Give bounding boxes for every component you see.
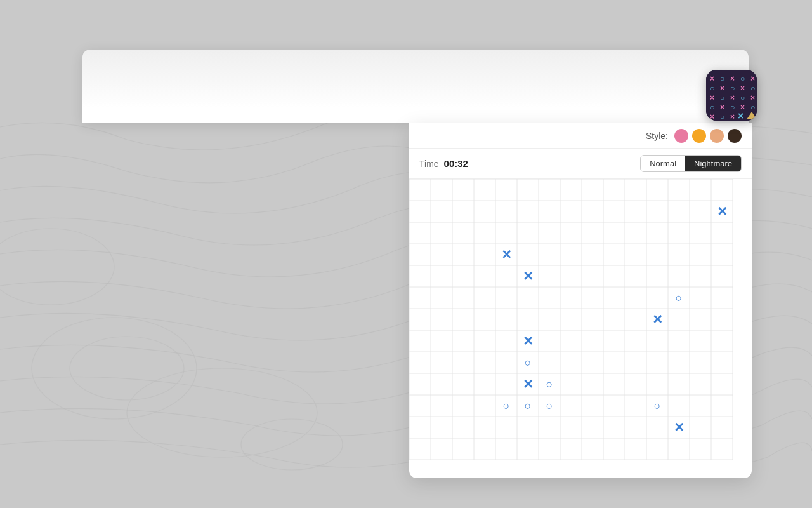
time-mode-row: Time 00:32 Normal Nightmare xyxy=(409,149,752,179)
time-value: 00:32 xyxy=(444,158,468,169)
svg-point-3 xyxy=(0,229,114,305)
svg-text:○: ○ xyxy=(720,93,724,102)
svg-text:○: ○ xyxy=(720,74,724,83)
svg-text:×: × xyxy=(710,93,714,102)
marker-7: ✕ xyxy=(523,378,534,391)
style-label: Style: xyxy=(646,131,668,141)
svg-text:○: ○ xyxy=(750,84,755,93)
marker-13: ✕ xyxy=(674,421,684,434)
svg-text:○: ○ xyxy=(720,112,724,121)
main-panel xyxy=(82,50,749,123)
nightmare-mode-button[interactable]: Nightmare xyxy=(685,156,741,171)
marker-5: ✕ xyxy=(523,335,534,347)
time-section: Time 00:32 xyxy=(419,158,468,169)
svg-text:×: × xyxy=(720,84,724,93)
marker-4: ✕ xyxy=(652,313,663,326)
svg-text:○: ○ xyxy=(710,84,714,93)
mode-toggle: Normal Nightmare xyxy=(640,155,742,172)
marker-10: ○ xyxy=(525,400,532,411)
svg-text:×: × xyxy=(730,93,735,102)
marker-1: ✕ xyxy=(501,248,512,261)
normal-mode-button[interactable]: Normal xyxy=(641,156,685,171)
marker-12: ○ xyxy=(654,400,661,411)
marker-2: ✕ xyxy=(523,270,534,283)
style-color-peach[interactable] xyxy=(710,129,724,143)
svg-text:○: ○ xyxy=(740,74,745,83)
time-label: Time xyxy=(419,159,439,169)
svg-text:×: × xyxy=(710,74,714,83)
style-color-dark[interactable] xyxy=(728,129,742,143)
style-row: Style: xyxy=(409,123,752,149)
marker-11: ○ xyxy=(546,400,553,411)
svg-text:×: × xyxy=(738,110,743,121)
app-icon: × ○ × ○ × ○ × ○ × ○ × ○ × ○ × ○ × ○ × ○ … xyxy=(706,70,757,121)
svg-text:○: ○ xyxy=(730,103,735,112)
svg-text:○: ○ xyxy=(740,93,745,102)
marker-8: ○ xyxy=(546,378,553,390)
svg-text:×: × xyxy=(720,103,724,112)
svg-point-2 xyxy=(127,368,317,457)
svg-text:○: ○ xyxy=(750,103,755,112)
svg-text:×: × xyxy=(750,74,755,83)
svg-text:○: ○ xyxy=(730,84,735,93)
svg-point-0 xyxy=(32,318,197,419)
game-grid[interactable]: ✕✕✕○✕✕○✕○○○○○✕ xyxy=(409,179,752,468)
marker-3: ○ xyxy=(676,292,683,304)
app-icon-graphic: × ○ × ○ × ○ × ○ × ○ × ○ × ○ × ○ × ○ × ○ … xyxy=(706,70,757,121)
svg-point-1 xyxy=(70,337,184,400)
style-color-orange[interactable] xyxy=(692,129,706,143)
marker-6: ○ xyxy=(525,357,532,368)
game-panel: Style: Time 00:32 Normal Nightmare ✕✕✕○✕… xyxy=(409,123,752,478)
style-color-pink[interactable] xyxy=(674,129,688,143)
svg-text:×: × xyxy=(750,93,755,102)
svg-text:×: × xyxy=(730,74,735,83)
marker-0: ✕ xyxy=(717,205,728,218)
svg-text:×: × xyxy=(730,112,735,121)
markers-layer: ✕✕✕○✕✕○✕○○○○○✕ xyxy=(409,179,752,468)
marker-9: ○ xyxy=(503,400,510,411)
svg-text:○: ○ xyxy=(710,103,714,112)
svg-text:×: × xyxy=(740,84,745,93)
